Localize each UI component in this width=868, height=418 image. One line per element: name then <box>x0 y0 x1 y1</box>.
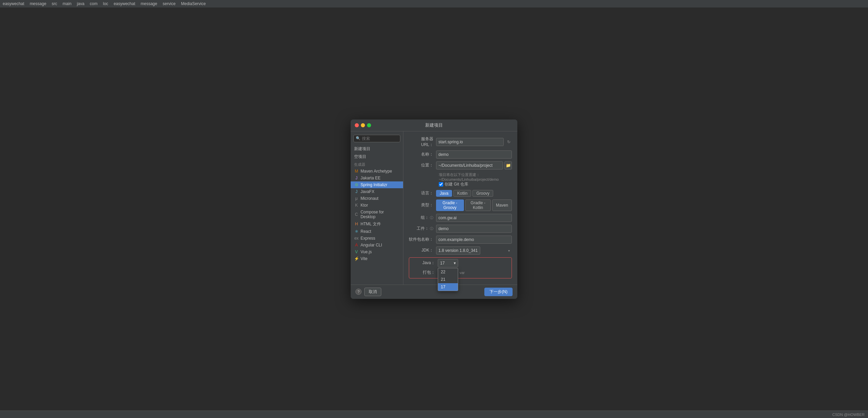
sidebar-item-angular-cli[interactable]: A Angular CLI <box>351 242 403 248</box>
java-dropdown-button[interactable]: 17 ▾ <box>438 259 458 267</box>
sidebar-item-empty-project[interactable]: 空项目 <box>351 153 403 161</box>
ktor-label: Ktor <box>361 203 368 208</box>
group-info-icon[interactable]: ⓘ <box>430 215 433 220</box>
spring-icon: ⚙ <box>354 182 359 187</box>
location-row: 位置： 📁 <box>409 161 512 170</box>
git-checkbox-row: 创建 Git 仓库 <box>409 181 512 187</box>
package-input[interactable] <box>436 236 512 244</box>
java-selected-value: 17 <box>440 261 445 266</box>
compose-desktop-label: Compose for Desktop <box>361 210 400 219</box>
java-row: Java： 17 ▾ 22 21 17 <box>411 259 510 267</box>
search-input[interactable] <box>362 136 398 141</box>
dialog-overlay: 新建项目 🔍 新建项目 空项目 生成器 M Maven Archetype <box>0 0 868 418</box>
sidebar-section-generators: 生成器 <box>351 161 403 168</box>
maven-icon: M <box>354 169 359 174</box>
language-java-button[interactable]: Java <box>436 190 452 197</box>
sidebar-item-ktor[interactable]: K Ktor <box>351 202 403 209</box>
dialog-title: 新建项目 <box>425 122 443 128</box>
search-box[interactable]: 🔍 <box>353 135 400 142</box>
package-label: 软件包名称： <box>409 237 436 242</box>
dialog-footer: ? 取消 下一步(N) <box>351 285 517 299</box>
java-dropdown-popup: 22 21 17 <box>438 268 458 291</box>
type-gradle-kotlin-button[interactable]: Gradle - Kotlin <box>465 199 491 211</box>
sidebar-new-project-label: 新建项目 <box>354 146 370 152</box>
server-url-row: 服务器 URL： ↻ <box>409 136 512 148</box>
sidebar-item-javafx[interactable]: J JavaFX <box>351 188 403 195</box>
search-icon: 🔍 <box>356 136 361 141</box>
javafx-icon: J <box>354 189 359 194</box>
name-row: 名称： <box>409 150 512 159</box>
vite-label: Vite <box>361 256 367 261</box>
maximize-button[interactable] <box>367 123 371 127</box>
git-checkbox[interactable] <box>439 182 443 187</box>
sidebar-item-jakarta-ee[interactable]: J Jakarta EE <box>351 175 403 181</box>
sidebar-item-micronaut[interactable]: μ Micronaut <box>351 195 403 202</box>
location-input-row: 📁 <box>436 161 512 170</box>
language-kotlin-button[interactable]: Kotlin <box>453 190 471 197</box>
java-option-21[interactable]: 21 <box>438 276 458 283</box>
group-row: 组： ⓘ <box>409 214 512 222</box>
traffic-lights <box>355 123 371 127</box>
jdk-select-wrapper: 1.8 version 1.8.0_341 <box>436 246 512 255</box>
project-sidebar: 🔍 新建项目 空项目 生成器 M Maven Archetype J Jakar… <box>351 131 403 285</box>
type-gradle-groovy-button[interactable]: Gradle - Groovy <box>436 199 464 211</box>
vue-icon: V <box>354 250 359 254</box>
language-button-group: Java Kotlin Groovy <box>436 190 512 197</box>
help-button[interactable]: ? <box>355 289 362 295</box>
sidebar-item-html-file[interactable]: H HTML 文件 <box>351 220 403 228</box>
jdk-select[interactable]: 1.8 version 1.8.0_341 <box>436 246 480 255</box>
dialog-body: 🔍 新建项目 空项目 生成器 M Maven Archetype J Jakar… <box>351 131 517 285</box>
server-url-input-row: ↻ <box>436 138 512 146</box>
angular-cli-label: Angular CLI <box>361 243 382 247</box>
java-option-17[interactable]: 17 <box>438 283 458 291</box>
type-label: 类型： <box>409 202 436 208</box>
location-input[interactable] <box>436 161 503 170</box>
sidebar-item-maven-archetype[interactable]: M Maven Archetype <box>351 168 403 175</box>
next-button[interactable]: 下一步(N) <box>484 288 513 296</box>
close-button[interactable] <box>355 123 359 127</box>
sidebar-empty-project-label: 空项目 <box>354 154 366 160</box>
statusbar-text: CSDN @HOWBER <box>832 413 865 417</box>
ktor-icon: K <box>354 203 359 208</box>
artifact-info-icon[interactable]: ⓘ <box>430 226 433 231</box>
browse-folder-button[interactable]: 📁 <box>504 161 512 170</box>
react-icon: ⚛ <box>354 229 359 234</box>
name-input[interactable] <box>436 150 512 159</box>
artifact-label: 工件： ⓘ <box>409 226 436 231</box>
group-label: 组： ⓘ <box>409 215 436 221</box>
dialog-content: 服务器 URL： ↻ 名称： 位置： 📁 <box>403 131 517 285</box>
sidebar-item-new-project[interactable]: 新建项目 <box>351 145 403 153</box>
server-url-input[interactable] <box>436 138 504 146</box>
statusbar: CSDN @HOWBER <box>0 411 868 418</box>
vuejs-label: Vue.js <box>361 250 372 254</box>
sidebar-item-compose-desktop[interactable]: C Compose for Desktop <box>351 209 403 220</box>
sidebar-item-vuejs[interactable]: V Vue.js <box>351 248 403 255</box>
footer-left: ? 取消 <box>355 288 381 296</box>
path-hint: 项目将在以下位置置建：~/Documents/Linhuiba/project/… <box>409 172 512 181</box>
html-icon: H <box>354 222 359 226</box>
java-select-wrapper: 17 ▾ 22 21 17 <box>438 259 458 267</box>
type-maven-button[interactable]: Maven <box>492 199 512 211</box>
location-label: 位置： <box>409 162 436 168</box>
language-label: 语言： <box>409 190 436 196</box>
package-type-label: 打包： <box>411 270 438 275</box>
angular-icon: A <box>354 243 359 247</box>
jakarta-icon: J <box>354 176 359 180</box>
sidebar-item-spring-initializr[interactable]: ⚙ Spring Initializr <box>351 181 403 188</box>
artifact-input[interactable] <box>436 225 512 233</box>
cancel-button[interactable]: 取消 <box>364 288 381 296</box>
minimize-button[interactable] <box>361 123 365 127</box>
java-label: Java： <box>411 260 438 266</box>
sidebar-item-react[interactable]: ⚛ React <box>351 228 403 235</box>
url-refresh-button[interactable]: ↻ <box>506 139 512 145</box>
language-groovy-button[interactable]: Groovy <box>472 190 493 197</box>
java-option-22[interactable]: 22 <box>438 268 458 276</box>
vite-icon: ⚡ <box>354 256 359 261</box>
sidebar-item-express[interactable]: ex Express <box>351 235 403 242</box>
git-checkbox-label: 创建 Git 仓库 <box>445 181 468 187</box>
html-file-label: HTML 文件 <box>361 221 381 227</box>
group-input[interactable] <box>436 214 512 222</box>
sidebar-item-vite[interactable]: ⚡ Vite <box>351 255 403 262</box>
express-icon: ex <box>354 236 359 241</box>
spring-initializr-label: Spring Initializr <box>361 182 387 187</box>
